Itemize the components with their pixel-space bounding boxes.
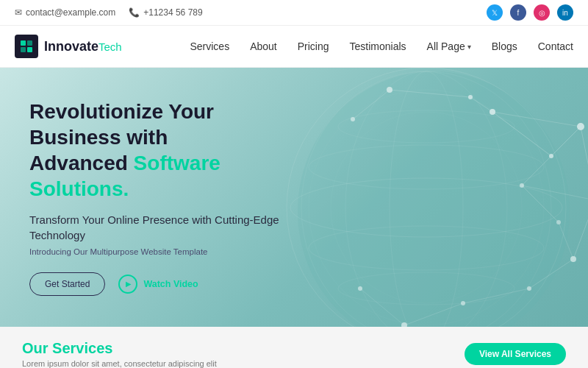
watch-video-button[interactable]: ▶ Watch Video [118,275,198,294]
nav-item-contact[interactable]: Contact [538,40,573,53]
instagram-icon[interactable]: ◎ [534,4,550,21]
phone-contact: 📞 +11234 56 789 [129,7,202,18]
chevron-down-icon: ▾ [467,43,471,51]
nav-item-testimonials[interactable]: Testimonials [350,40,406,53]
services-title: Our Services [22,340,217,357]
navbar: InnovateTech Services About Pricing Test… [0,26,588,68]
play-icon: ▶ [118,275,137,294]
logo-text: InnovateTech [44,39,122,54]
email-contact: ✉ contact@example.com [15,7,115,18]
svg-rect-2 [21,47,26,52]
nav-item-services[interactable]: Services [190,40,229,53]
svg-line-32 [581,127,588,200]
get-started-button[interactable]: Get Started [29,272,105,296]
svg-line-33 [573,200,588,259]
svg-rect-3 [27,47,32,52]
nav-item-pricing[interactable]: Pricing [298,40,329,53]
twitter-icon[interactable]: 𝕏 [487,4,503,21]
phone-icon: 📞 [129,7,140,18]
top-bar: ✉ contact@example.com 📞 +11234 56 789 𝕏 … [0,0,588,26]
svg-rect-1 [27,40,32,46]
nav-menu: Services About Pricing Testimonials All … [190,40,573,53]
linkedin-icon[interactable]: in [557,4,573,21]
hero-intro: Introducing Our Multipurpose Website Tem… [29,247,279,256]
nav-item-about[interactable]: About [250,40,277,53]
services-info: Our Services Lorem ipsum dolor sit amet,… [22,340,217,368]
phone-number: +11234 56 789 [143,7,202,18]
svg-rect-0 [21,40,26,46]
hero-subtitle: Transform Your Online Presence with Cutt… [29,212,279,243]
nav-item-allpage[interactable]: All Page ▾ [427,40,471,52]
hero-content: Revolutionize Your Business with Advance… [0,69,309,325]
logo-icon [15,35,38,58]
social-links: 𝕏 f ◎ in [487,4,573,21]
services-section: Our Services Lorem ipsum dolor sit amet,… [0,327,588,368]
email-address: contact@example.com [26,7,115,18]
services-description: Lorem ipsum dolor sit amet, consectetur … [22,359,217,368]
nav-item-blogs[interactable]: Blogs [492,40,517,53]
hero-title: Revolutionize Your Business with Advance… [29,99,279,202]
facebook-icon[interactable]: f [510,4,526,21]
svg-line-31 [551,127,581,156]
hero-section: Revolutionize Your Business with Advance… [0,68,588,327]
email-icon: ✉ [15,7,22,18]
logo: InnovateTech [15,35,122,58]
view-all-services-button[interactable]: View All Services [465,343,566,365]
hero-buttons: Get Started ▶ Watch Video [29,272,279,296]
top-bar-contact: ✉ contact@example.com 📞 +11234 56 789 [15,7,203,18]
